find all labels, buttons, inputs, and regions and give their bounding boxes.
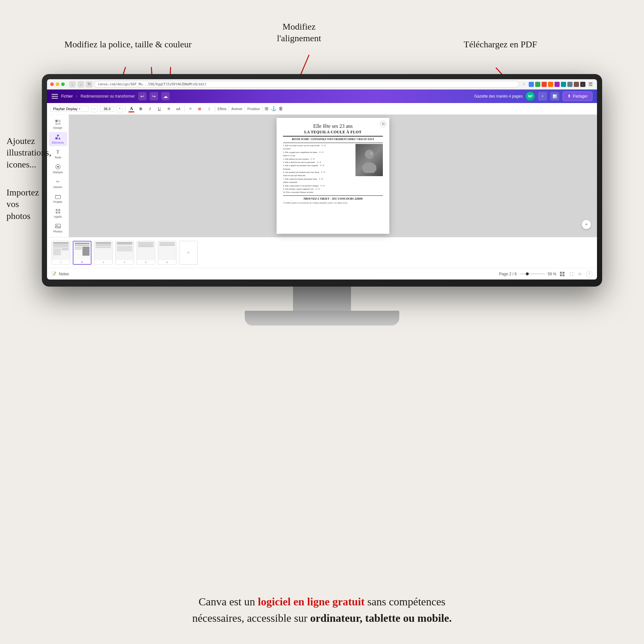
font-size-increase[interactable]: +: [117, 105, 123, 112]
toolbar-separator-4: [229, 105, 229, 112]
extension-icon-7[interactable]: [567, 82, 573, 87]
extension-icon-8[interactable]: [574, 82, 579, 87]
photos-label: Photos: [53, 230, 62, 233]
sidebar-item-draw[interactable]: ✏ Dessin: [49, 176, 67, 191]
svg-rect-1: [58, 120, 61, 122]
font-size-input[interactable]: 36.3: [100, 106, 114, 112]
fichier-label[interactable]: Fichier: [61, 94, 73, 99]
list-item-7: 5. Elle a appelé son premier chat s'appe…: [283, 164, 353, 167]
list-item-8: Fontaine: [283, 167, 353, 171]
spacing-btn[interactable]: ↕: [205, 105, 213, 112]
forward-btn[interactable]: ›: [78, 81, 84, 88]
sidebar-item-design[interactable]: Design: [49, 117, 67, 131]
trash-icon[interactable]: 🗑: [279, 106, 283, 111]
brand-icon: [55, 164, 61, 170]
align-options-btn[interactable]: ≣: [196, 105, 203, 112]
bookmark-icon[interactable]: ☆: [521, 81, 527, 87]
filmstrip-thumb-6[interactable]: 6: [158, 241, 176, 265]
filmstrip-thumb-3[interactable]: 3: [94, 241, 113, 265]
filmstrip-add-page[interactable]: +: [179, 241, 198, 265]
minimize-btn[interactable]: [56, 82, 59, 86]
extension-icon-1[interactable]: [529, 82, 534, 87]
sidebar-item-photos[interactable]: Photos: [49, 221, 67, 235]
animate-btn[interactable]: Animer: [231, 107, 242, 111]
avatar-np: NP: [526, 92, 535, 101]
canvas-refresh-btn[interactable]: ↻: [380, 120, 387, 128]
extension-icon-2[interactable]: [535, 82, 540, 87]
draw-icon: ✏: [55, 178, 61, 185]
font-name: Playfair Display: [53, 107, 78, 111]
font-size-decrease[interactable]: −: [91, 105, 98, 112]
monitor-stand-base: [245, 311, 399, 326]
extension-icon-5[interactable]: [554, 82, 560, 87]
svg-point-20: [370, 152, 373, 155]
notes-label[interactable]: Notes: [59, 272, 69, 276]
filmstrip-thumb-4[interactable]: 4: [115, 241, 134, 265]
share-icon: ⬆: [567, 94, 571, 99]
list-item-14: 9. Son premier copain s'appelait Léo V /…: [283, 187, 353, 191]
close-btn[interactable]: [50, 82, 54, 86]
filmstrip-thumb-2[interactable]: 2: [73, 241, 91, 265]
add-user-button[interactable]: +: [538, 92, 547, 101]
topbar-separator: •: [76, 94, 77, 99]
progress-track: [519, 273, 545, 274]
page-canvas[interactable]: Elle fête ses 23 ans LA TEQUILA COULE À …: [277, 118, 389, 234]
underline-btn[interactable]: U: [156, 105, 163, 112]
filmstrip-thumb-5[interactable]: 5: [137, 241, 155, 265]
list-item-12: affaire criminelle: [283, 181, 353, 184]
expand-btn[interactable]: [61, 82, 65, 86]
help-icon[interactable]: ?: [586, 271, 592, 277]
formatting-toolbar: Playfair Display ▾ − 36.3 + A B I U S aA…: [47, 103, 597, 115]
anchor-icon[interactable]: ⚓: [271, 106, 276, 111]
svg-rect-3: [58, 123, 61, 125]
annotation-alignment: Modifiez l'alignement: [277, 21, 321, 44]
align-left-btn[interactable]: ≡: [187, 105, 194, 112]
effects-btn[interactable]: Effets: [217, 107, 226, 111]
share-button[interactable]: ⬆ Partager: [563, 91, 592, 101]
filmstrip-thumb-1[interactable]: 1: [52, 241, 70, 265]
sidebar-item-background[interactable]: Arrière-plan: [49, 236, 67, 237]
text-icon: T: [55, 149, 61, 155]
analytics-icon[interactable]: 📊: [550, 92, 559, 101]
grid-view-icon[interactable]: [559, 271, 565, 277]
toolbar-separator-1: [125, 105, 126, 112]
list-column: 1. Elle s'est faite trouver sur un coup …: [283, 144, 353, 194]
svg-rect-2: [55, 123, 58, 125]
extension-icon-3[interactable]: [542, 82, 547, 87]
present-icon[interactable]: ▷: [577, 271, 583, 277]
list-item-6: 4. Elle a déjà fait un saut en parachute…: [283, 161, 353, 164]
browser-menu-icon[interactable]: [587, 81, 594, 88]
undo-btn[interactable]: ↩: [138, 92, 147, 100]
bold-btn[interactable]: B: [137, 105, 144, 112]
redo-btn[interactable]: ↪: [150, 92, 158, 100]
bottom-line1-highlight: logiciel en ligne gratuit: [258, 596, 365, 608]
sidebar-item-projects[interactable]: Projets: [49, 191, 67, 205]
sidebar-item-apps[interactable]: Applis: [49, 206, 67, 220]
font-selector[interactable]: Playfair Display ▾: [50, 106, 89, 112]
projects-label: Projets: [53, 200, 62, 204]
url-text: canva.com/design/DAF_Mu...59Q/KggCF15z0V…: [98, 82, 206, 86]
position-btn[interactable]: Position: [247, 107, 260, 111]
status-bar: 📝 Notes Page 2 / 6 59 % ⛶ ▷ ?: [47, 268, 597, 279]
strikethrough-btn[interactable]: S: [165, 105, 172, 112]
back-btn[interactable]: ‹: [69, 81, 76, 88]
italic-btn[interactable]: I: [147, 105, 154, 112]
extension-download[interactable]: ↓: [580, 82, 585, 87]
address-bar[interactable]: canva.com/design/DAF_Mu...59Q/KggCF15z0V…: [94, 81, 519, 88]
extension-icon-4[interactable]: [548, 82, 553, 87]
add-page-btn[interactable]: +: [582, 220, 591, 229]
canva-hamburger-icon[interactable]: [52, 94, 58, 99]
case-btn[interactable]: aA: [175, 106, 182, 111]
list-item-4: laitue à 12 ans: [283, 154, 353, 157]
extension-icon-6[interactable]: [561, 82, 566, 87]
cloud-save-icon[interactable]: ☁: [161, 92, 170, 100]
text-color-btn[interactable]: A: [128, 105, 135, 112]
refresh-btn[interactable]: ↻: [86, 81, 92, 88]
canva-topbar: Fichier • Redimensionner ou transformer …: [47, 90, 597, 103]
svg-marker-6: [58, 137, 61, 139]
projects-icon: [55, 193, 61, 200]
list-item-13: 8. Elle a déjà pointé à son permis 8 dan…: [283, 184, 353, 187]
fullscreen-icon[interactable]: ⛶: [568, 271, 574, 277]
pattern-icon[interactable]: ⊞: [265, 106, 269, 111]
redimensionner-label[interactable]: Redimensionner ou transformer: [81, 94, 135, 99]
